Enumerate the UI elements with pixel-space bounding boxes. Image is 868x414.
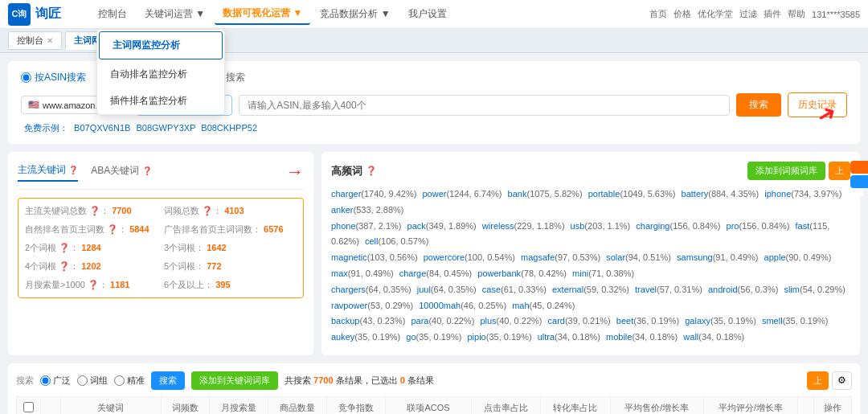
data-section: 主流关键词 ❓ ABA关键词 ❓ → 主流关键词总数 ❓： 7700 [8,152,860,355]
nav-plugin[interactable]: 插件 [764,8,781,20]
float-btn-vote[interactable]: 意见投票 [850,175,868,188]
freq-word: beet(36, 0.19%) [616,316,679,326]
toolbar-radio-all[interactable]: 广泛 [40,375,71,387]
stat-natural-rank: 自然排名首页主词数 ❓： 5844 [25,223,158,236]
panel-tab-main-keywords[interactable]: 主流关键词 ❓ [18,163,78,182]
search-radio-asin[interactable] [21,72,31,83]
example-1[interactable]: B07QXV6N1B [74,123,130,133]
freq-word: solar(94, 0.51%) [606,252,671,262]
freq-word: cell(106, 0.57%) [365,236,429,246]
toolbar-search-label: 搜索 [16,375,34,387]
th-freq: 词频数 [161,396,209,414]
freq-title: 高频词 [331,164,362,178]
toolbar-add-freq-btn[interactable]: 添加到关键词词库 [191,371,278,390]
th-avg-rating: 平均评分/增长率 [704,396,798,414]
dropdown-item-plugin[interactable]: 插件排名监控分析 [97,88,224,114]
th-expand [41,396,61,414]
toolbar-up-btn[interactable]: 上 [807,371,829,390]
panel-tab-aba[interactable]: ABA关键词 ❓ [91,164,151,181]
freq-word: max(91, 0.49%) [331,268,394,278]
stats-grid: 主流关键词总数 ❓： 7700 词频总数 ❓： 4103 自然排名首页主词数 ❓… [25,205,297,291]
select-all-checkbox[interactable] [23,402,34,412]
panel-tabs: 主流关键词 ❓ ABA关键词 ❓ → [18,162,304,190]
nav-item-competitor[interactable]: 竞品数据分析 ▼ [312,4,398,24]
search-button[interactable]: 搜索 [736,93,781,117]
top-navigation: C询 询匠 控制台 关键词运营 ▼ 数据可视化运营 ▼ 竞品数据分析 ▼ 我户设… [0,0,868,29]
freq-word: iphone(734, 3.97%) [764,189,841,199]
example-2[interactable]: B08GWPY3XP [136,123,195,133]
logo: C询 询匠 [8,3,61,26]
tab-bar: 控制台 ✕ 主词网监控分析 ✕ 主词网监控分析 自动排名监控分析 插件排名监控分… [0,29,868,53]
dropdown-item-auto[interactable]: 自动排名监控分析 [97,61,224,88]
freq-word: 10000mah(46, 0.25%) [419,301,506,310]
result-count: 共搜索 7700 条结果，已选出 0 条结果 [285,375,434,387]
nav-filter[interactable]: 过滤 [739,8,757,20]
freq-up-btn[interactable]: 上 [829,162,850,180]
th-product-count: 商品数量 [268,396,326,414]
tab-close-console[interactable]: ✕ [47,36,53,45]
nav-price[interactable]: 价格 [674,8,691,20]
freq-word: anker(533, 2.88%) [331,205,404,215]
nav-help[interactable]: 帮助 [788,8,805,20]
freq-word: go(35, 0.19%) [406,332,461,342]
freq-word: usb(203, 1.1%) [571,221,631,231]
freq-word: travel(57, 0.31%) [635,285,702,294]
stat-2-roots: 2个词根 ❓： 1284 [25,242,158,254]
dropdown-item-main[interactable]: 主词网监控分析 [99,31,223,59]
nav-academy[interactable]: 优化学堂 [698,8,733,20]
freq-word: ultra(34, 0.18%) [538,332,600,342]
th-competition: 竞争指数 [327,396,386,414]
th-avg-price: 平均售价/增长率 [610,396,704,414]
nav-item-settings[interactable]: 我户设置 [400,4,455,24]
freq-word: case(61, 0.33%) [482,285,547,294]
freq-word: pipio(35, 0.19%) [467,332,531,342]
toolbar-radio-exact[interactable]: 精准 [114,375,145,387]
example-3[interactable]: B08CKHPP52 [201,123,257,133]
freq-panel: 高频词 ❓ 添加到词频词库 上 charger(1740, 9.42%) pow… [321,152,860,355]
nav-items: 控制台 关键词运营 ▼ 数据可视化运营 ▼ 竞品数据分析 ▼ 我户设置 [90,3,455,25]
freq-word: ravpower(53, 0.29%) [331,301,413,310]
asin-input[interactable] [239,95,730,116]
freq-word: charger(1740, 9.42%) [331,189,416,199]
freq-word: bank(1075, 5.82%) [508,189,583,199]
th-click-rate: 点击率占比 [471,396,540,414]
panel-tab-aba-help: ❓ [142,166,152,175]
freq-word: mobile(34, 0.18%) [606,332,678,342]
add-to-freq-btn[interactable]: 添加到词频词库 [747,162,825,180]
freq-word: power(1244, 6.74%) [422,189,502,199]
freq-word: charge(84, 0.45%) [399,268,473,278]
panel-tab-help: ❓ [68,166,78,174]
freq-word: charging(156, 0.84%) [636,221,720,231]
search-tab-asin[interactable]: 按ASIN搜索 [21,71,86,84]
freq-word: para(40, 0.22%) [411,316,474,326]
example-row: 免费示例： B07QXV6N1B B08GWPY3XP B08CKHPP52 [21,122,847,134]
nav-right: 首页 价格 优化学堂 过滤 插件 帮助 131****3585 [649,8,860,20]
toolbar-search-btn[interactable]: 搜索 [151,371,185,390]
table-header-row: 关键词 词频数 月搜索量 商品数量 竞争指数 联项ACOS 点击率占比 转化率占… [17,396,852,414]
nav-home[interactable]: 首页 [649,8,667,20]
data-table: 关键词 词频数 月搜索量 商品数量 竞争指数 联项ACOS 点击率占比 转化率占… [16,396,852,414]
nav-user[interactable]: 131****3585 [812,10,860,19]
table-toolbar: 搜索 广泛 词组 精准 搜索 添加到关键词词库 共搜索 7700 [16,371,852,390]
freq-words: charger(1740, 9.42%) power(1244, 6.74%) … [331,187,850,346]
th-action: 操作 [814,396,852,414]
toolbar-settings-btn[interactable]: ⚙ [832,371,852,390]
freq-word: powercore(100, 0.54%) [424,252,515,262]
freq-word: samsung(91, 0.49%) [677,252,759,262]
stat-4-roots: 4个词根 ❓： 1202 [25,260,158,273]
toolbar-radio-phrase[interactable]: 词组 [77,375,108,387]
stat-ad-rank: 广告排名首页主词词数： 6576 [164,223,297,236]
freq-word: card(39, 0.21%) [548,316,611,326]
nav-item-console[interactable]: 控制台 [90,4,135,24]
float-btn-service[interactable]: 联系客服 [850,161,868,174]
nav-item-keywords[interactable]: 关键词运营 ▼ [137,4,213,24]
float-sidebar: 联系客服 意见投票 [850,161,868,188]
freq-word: galaxy(35, 0.19%) [685,316,756,326]
freq-word: portable(1049, 5.63%) [588,189,676,199]
tab-console[interactable]: 控制台 ✕ [8,31,62,50]
nav-item-data[interactable]: 数据可视化运营 ▼ [215,3,310,25]
freq-word: phone(387, 2.1%) [331,221,401,231]
logo-icon: C询 [8,3,31,26]
freq-word: battery(884, 4.35%) [682,189,760,199]
freq-help-icon: ❓ [366,166,377,176]
